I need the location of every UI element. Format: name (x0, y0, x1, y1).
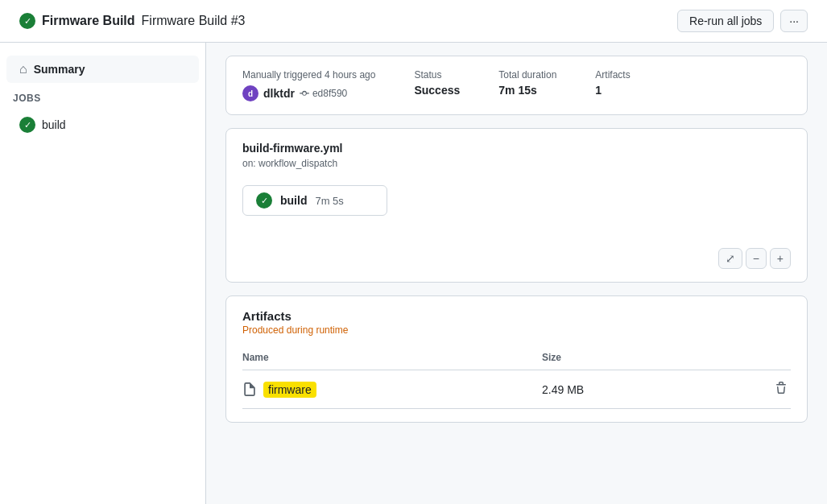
fullscreen-icon: ⤢ (726, 252, 735, 265)
status-row: Manually triggered 4 hours ago d dlktdr … (242, 69, 791, 101)
sidebar-jobs-section: Jobs (0, 89, 205, 107)
delete-artifact-button[interactable] (771, 378, 791, 400)
trigger-label: Manually triggered 4 hours ago (242, 69, 375, 81)
artifacts-title: Artifacts (242, 309, 791, 323)
artifacts-count: 1 (595, 84, 630, 97)
more-options-button[interactable]: ··· (780, 10, 808, 32)
workflow-filename: build-firmware.yml (242, 142, 791, 155)
build-status-icon: ✓ (19, 13, 35, 29)
artifact-size: 2.49 MB (542, 370, 713, 409)
sidebar-job-label: build (42, 118, 66, 131)
zoom-in-button[interactable]: + (770, 248, 791, 269)
main-content: Manually triggered 4 hours ago d dlktdr … (206, 43, 827, 504)
sidebar-item-summary[interactable]: ⌂ Summary (6, 56, 199, 83)
workflow-controls: ⤢ − + (242, 248, 791, 269)
header-title-bold: Firmware Build (42, 14, 135, 28)
artifact-icon (242, 382, 257, 397)
job-box-status-icon: ✓ (256, 192, 272, 209)
artifacts-table: Name Size firmware 2.49 MB (242, 349, 791, 409)
duration-label: Total duration (498, 69, 556, 81)
user-avatar: d (242, 85, 258, 101)
header-left: ✓ Firmware Build Firmware Build #3 (19, 13, 246, 29)
trigger-meta: d dlktdr ed8f590 (242, 85, 375, 101)
artifacts-subtitle: Produced during runtime (242, 324, 791, 336)
fullscreen-button[interactable]: ⤢ (718, 248, 742, 269)
rerun-all-button[interactable]: Re-run all jobs (677, 10, 774, 32)
duration-value: 7m 15s (498, 84, 556, 97)
status-value: Success (414, 84, 460, 97)
page-header: ✓ Firmware Build Firmware Build #3 Re-ru… (0, 0, 827, 43)
main-layout: ⌂ Summary Jobs ✓ build Manually triggere… (0, 43, 827, 504)
job-box-duration: 7m 5s (315, 195, 343, 207)
col-header-size: Size (542, 349, 713, 370)
duration-col: Total duration 7m 15s (498, 69, 556, 97)
minus-icon: − (753, 252, 759, 265)
status-card: Manually triggered 4 hours ago d dlktdr … (225, 56, 808, 115)
status-label: Status (414, 69, 460, 81)
home-icon: ⌂ (19, 62, 27, 76)
username: dlktdr (263, 87, 295, 100)
commit-id: ed8f590 (312, 88, 347, 99)
artifact-name: firmware (263, 382, 316, 398)
job-status-icon: ✓ (19, 117, 35, 133)
trash-icon (775, 382, 788, 395)
zoom-out-button[interactable]: − (746, 248, 767, 269)
artifacts-label: Artifacts (595, 69, 630, 81)
workflow-trigger: on: workflow_dispatch (242, 158, 791, 169)
trigger-info: Manually triggered 4 hours ago d dlktdr … (242, 69, 375, 101)
artifacts-card: Artifacts Produced during runtime Name S… (225, 295, 808, 423)
job-box-build[interactable]: ✓ build 7m 5s (242, 185, 387, 216)
sidebar-item-build[interactable]: ✓ build (6, 110, 199, 139)
sidebar: ⌂ Summary Jobs ✓ build (0, 43, 206, 504)
artifact-name-cell: firmware (242, 370, 542, 409)
workflow-card: build-firmware.yml on: workflow_dispatch… (225, 128, 808, 283)
job-box-name: build (280, 194, 307, 207)
sidebar-summary-label: Summary (34, 63, 85, 76)
artifacts-col: Artifacts 1 (595, 69, 630, 97)
commit-hash: ed8f590 (300, 88, 347, 99)
plus-icon: + (777, 252, 784, 265)
more-icon: ··· (789, 14, 799, 27)
table-row: firmware 2.49 MB (242, 370, 791, 409)
header-title-normal: Firmware Build #3 (142, 14, 246, 28)
col-header-name: Name (242, 349, 542, 370)
status-col: Status Success (414, 69, 460, 97)
header-right: Re-run all jobs ··· (677, 10, 808, 32)
